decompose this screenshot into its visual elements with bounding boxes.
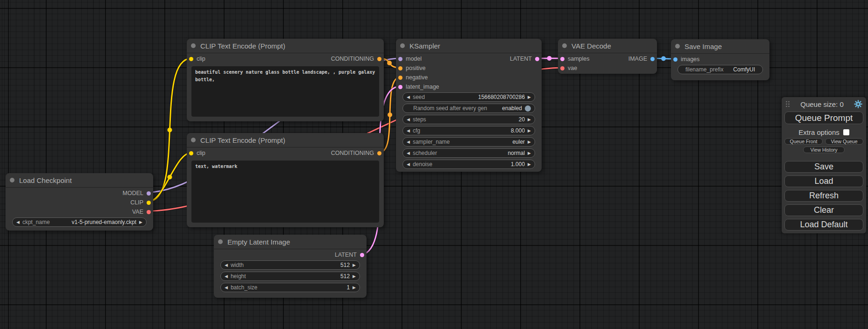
input-slot-samples[interactable]: samples [560, 56, 590, 62]
view-history-button[interactable]: View History [803, 147, 844, 153]
widget-random-seed-after-every-gen[interactable]: Random seed after every genenabled [402, 104, 535, 113]
output-dot-CONDITIONING[interactable] [377, 151, 381, 155]
clip-text-encode-positive[interactable]: CLIP Text Encode (Prompt)clipCONDITIONIN… [187, 39, 384, 121]
decrement-arrow-icon[interactable]: ◀ [407, 140, 410, 144]
decrement-arrow-icon[interactable]: ◀ [225, 286, 228, 290]
prompt-textarea[interactable]: text, watermark [191, 161, 379, 223]
decrement-arrow-icon[interactable]: ◀ [16, 220, 20, 224]
widget-batch_size[interactable]: ◀batch_size1▶ [220, 283, 360, 292]
collapse-dot-icon[interactable] [562, 43, 567, 48]
increment-arrow-icon[interactable]: ▶ [353, 263, 356, 267]
comfyui-canvas[interactable]: { "colors": { "model": "#B39DDB", "clip"… [0, 0, 868, 329]
decrement-arrow-icon[interactable]: ◀ [407, 129, 410, 133]
extra-options-checkbox[interactable] [843, 129, 849, 135]
output-dot-LATENT[interactable] [360, 253, 364, 257]
empty-latent-image-header[interactable]: Empty Latent Image [214, 235, 367, 249]
increment-arrow-icon[interactable]: ▶ [528, 118, 531, 122]
output-slot-IMAGE[interactable]: IMAGE [628, 56, 655, 62]
widget-ckpt_name[interactable]: ◀ckpt_namev1-5-pruned-emaonly.ckpt▶ [12, 217, 147, 227]
collapse-dot-icon[interactable] [675, 44, 680, 49]
settings-gear-icon[interactable] [854, 100, 862, 108]
input-slot-model[interactable]: model [398, 56, 422, 62]
save-image-header[interactable]: Save Image [671, 39, 769, 54]
widget-sampler_name[interactable]: ◀sampler_nameeuler▶ [402, 137, 535, 147]
save-image[interactable]: Save Imageimagesfilename_prefixComfyUI [671, 39, 769, 80]
increment-arrow-icon[interactable]: ▶ [353, 274, 356, 279]
input-dot-model[interactable] [398, 57, 402, 61]
widget-seed[interactable]: ◀seed156680208700286▶ [402, 92, 535, 102]
prompt-textarea[interactable]: beautiful scenery nature glass bottle la… [191, 66, 379, 117]
input-dot-images[interactable] [673, 57, 677, 62]
input-dot-positive[interactable] [398, 66, 402, 70]
decrement-arrow-icon[interactable]: ◀ [407, 118, 410, 122]
load-checkpoint[interactable]: Load CheckpointMODELCLIPVAE◀ckpt_namev1-… [6, 173, 153, 231]
input-dot-clip[interactable] [189, 57, 193, 61]
output-slot-VAE[interactable]: VAE [132, 209, 151, 215]
ksampler[interactable]: KSamplermodelLATENTpositivenegativelaten… [396, 39, 542, 172]
input-dot-vae[interactable] [560, 66, 565, 70]
collapse-dot-icon[interactable] [218, 239, 223, 244]
increment-arrow-icon[interactable]: ▶ [528, 151, 531, 155]
output-dot-MODEL[interactable] [147, 191, 151, 196]
clip-text-encode-positive-header[interactable]: CLIP Text Encode (Prompt) [187, 39, 384, 53]
vae-decode[interactable]: VAE DecodesamplesIMAGEvae [558, 39, 657, 74]
decrement-arrow-icon[interactable]: ◀ [225, 263, 228, 267]
clear-button[interactable]: Clear [784, 204, 863, 216]
decrement-arrow-icon[interactable]: ◀ [225, 274, 228, 279]
ksampler-header[interactable]: KSampler [396, 39, 542, 53]
output-dot-LATENT[interactable] [535, 57, 539, 61]
increment-arrow-icon[interactable]: ▶ [528, 95, 531, 99]
increment-arrow-icon[interactable]: ▶ [528, 129, 531, 133]
vae-decode-header[interactable]: VAE Decode [558, 39, 657, 53]
input-slot-clip[interactable]: clip [189, 150, 205, 156]
drag-handle-icon[interactable] [785, 101, 790, 107]
collapse-dot-icon[interactable] [400, 43, 405, 48]
queue-front-button[interactable]: Queue Front [784, 138, 823, 145]
widget-height[interactable]: ◀height512▶ [220, 272, 360, 281]
view-queue-button[interactable]: View Queue [825, 138, 863, 145]
widget-cfg[interactable]: ◀cfg8.000▶ [402, 126, 535, 135]
output-dot-CONDITIONING[interactable] [377, 57, 381, 61]
input-dot-negative[interactable] [398, 76, 402, 80]
load-button[interactable]: Load [784, 175, 863, 187]
output-slot-LATENT[interactable]: LATENT [335, 252, 364, 258]
input-slot-latent_image[interactable]: latent_image [398, 84, 439, 90]
save-button[interactable]: Save [784, 161, 863, 173]
widget-width[interactable]: ◀width512▶ [220, 260, 360, 270]
output-dot-IMAGE[interactable] [650, 57, 655, 61]
output-slot-CLIP[interactable]: CLIP [130, 199, 151, 206]
decrement-arrow-icon[interactable]: ◀ [407, 162, 410, 167]
output-dot-CLIP[interactable] [147, 201, 151, 205]
load-checkpoint-header[interactable]: Load Checkpoint [6, 173, 153, 188]
widget-scheduler[interactable]: ◀schedulernormal▶ [402, 148, 535, 158]
input-slot-images[interactable]: images [673, 56, 699, 63]
output-slot-CONDITIONING[interactable]: CONDITIONING [331, 56, 381, 62]
input-dot-latent_image[interactable] [398, 85, 402, 89]
collapse-dot-icon[interactable] [10, 178, 14, 182]
widget-steps[interactable]: ◀steps20▶ [402, 115, 535, 124]
output-slot-LATENT[interactable]: LATENT [510, 56, 539, 62]
refresh-button[interactable]: Refresh [784, 190, 863, 202]
toggle-indicator-icon[interactable] [525, 105, 531, 112]
collapse-dot-icon[interactable] [191, 138, 196, 142]
clip-text-encode-negative[interactable]: CLIP Text Encode (Prompt)clipCONDITIONIN… [187, 133, 384, 227]
output-slot-MODEL[interactable]: MODEL [123, 190, 151, 196]
input-dot-samples[interactable] [560, 57, 565, 61]
input-slot-positive[interactable]: positive [398, 65, 425, 71]
queue-prompt-button[interactable]: Queue Prompt [784, 112, 863, 124]
collapse-dot-icon[interactable] [191, 43, 196, 48]
output-slot-CONDITIONING[interactable]: CONDITIONING [331, 150, 381, 156]
node-graph[interactable]: Load CheckpointMODELCLIPVAE◀ckpt_namev1-… [0, 0, 868, 329]
increment-arrow-icon[interactable]: ▶ [528, 162, 531, 167]
input-slot-clip[interactable]: clip [189, 56, 205, 62]
increment-arrow-icon[interactable]: ▶ [353, 286, 356, 290]
decrement-arrow-icon[interactable]: ◀ [407, 95, 410, 99]
decrement-arrow-icon[interactable]: ◀ [407, 151, 410, 155]
input-dot-clip[interactable] [189, 151, 193, 155]
clip-text-encode-negative-header[interactable]: CLIP Text Encode (Prompt) [187, 133, 384, 147]
output-dot-VAE[interactable] [147, 210, 151, 214]
widget-filename_prefix[interactable]: filename_prefixComfyUI [677, 65, 763, 74]
increment-arrow-icon[interactable]: ▶ [528, 140, 531, 144]
empty-latent-image[interactable]: Empty Latent ImageLATENT◀width512▶◀heigh… [214, 235, 367, 298]
increment-arrow-icon[interactable]: ▶ [139, 220, 142, 224]
